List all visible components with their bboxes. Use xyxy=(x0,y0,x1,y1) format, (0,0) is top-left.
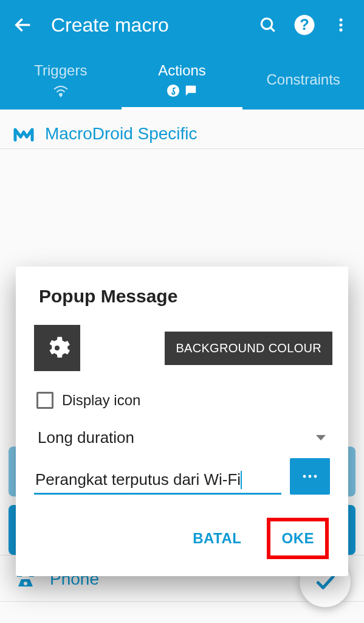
insert-variable-button[interactable] xyxy=(290,458,330,495)
svg-point-5 xyxy=(339,29,342,32)
gear-icon xyxy=(44,335,70,361)
chevron-down-icon xyxy=(315,434,326,442)
message-input-row: Perangkat terputus dari Wi-Fi xyxy=(32,458,332,513)
message-icon xyxy=(184,84,198,97)
tab-triggers[interactable]: Triggers xyxy=(0,50,122,110)
svg-point-11 xyxy=(309,475,312,478)
dialog-icon-row: BACKGROUND COLOUR xyxy=(32,325,332,371)
more-vert-icon xyxy=(332,16,349,33)
display-icon-row[interactable]: Display icon xyxy=(32,388,332,425)
svg-point-9 xyxy=(55,346,60,350)
page-title: Create macro xyxy=(51,14,169,37)
select-value: Long duration xyxy=(38,428,315,447)
ok-highlight: OKE xyxy=(267,518,329,559)
tab-constraints[interactable]: Constraints xyxy=(242,50,364,110)
music-note-icon xyxy=(167,84,180,97)
tab-label: Actions xyxy=(158,62,206,79)
help-button[interactable]: ? xyxy=(289,9,320,41)
text-cursor xyxy=(241,471,242,489)
tab-label: Constraints xyxy=(266,71,340,88)
tabs: Triggers Actions Constraints xyxy=(0,50,364,110)
app-bar-top: Create macro ? xyxy=(0,0,364,50)
svg-point-10 xyxy=(303,475,306,478)
popup-message-dialog: Popup Message BACKGROUND COLOUR Display … xyxy=(16,266,348,576)
arrow-back-icon xyxy=(13,15,33,35)
display-icon-checkbox[interactable] xyxy=(36,392,53,409)
search-button[interactable] xyxy=(252,9,284,41)
ok-button[interactable]: OKE xyxy=(281,530,314,547)
svg-point-12 xyxy=(314,475,317,478)
svg-text:?: ? xyxy=(300,16,309,33)
svg-point-4 xyxy=(339,23,342,26)
background-colour-button[interactable]: BACKGROUND COLOUR xyxy=(165,332,332,365)
svg-point-0 xyxy=(261,18,272,29)
overflow-menu-button[interactable] xyxy=(325,9,357,41)
svg-point-3 xyxy=(339,18,342,21)
wifi-icon xyxy=(53,84,69,97)
cancel-button[interactable]: BATAL xyxy=(193,530,241,547)
ellipsis-icon xyxy=(301,473,318,479)
duration-select[interactable]: Long duration xyxy=(32,425,332,458)
app-bar: Create macro ? Triggers Actions Co xyxy=(0,0,364,110)
content-area: MacroDroid Specific Disable Enable/Disab… xyxy=(0,110,364,623)
help-icon: ? xyxy=(294,14,315,36)
tab-actions[interactable]: Actions xyxy=(122,50,243,110)
icon-preview-button[interactable] xyxy=(34,325,80,371)
checkbox-label: Display icon xyxy=(62,392,140,409)
message-input[interactable]: Perangkat terputus dari Wi-Fi xyxy=(35,470,241,489)
search-icon xyxy=(258,15,278,35)
back-button[interactable] xyxy=(7,9,39,41)
dialog-actions: BATAL OKE xyxy=(32,513,332,564)
tab-label: Triggers xyxy=(34,62,87,79)
dialog-title: Popup Message xyxy=(32,286,332,307)
